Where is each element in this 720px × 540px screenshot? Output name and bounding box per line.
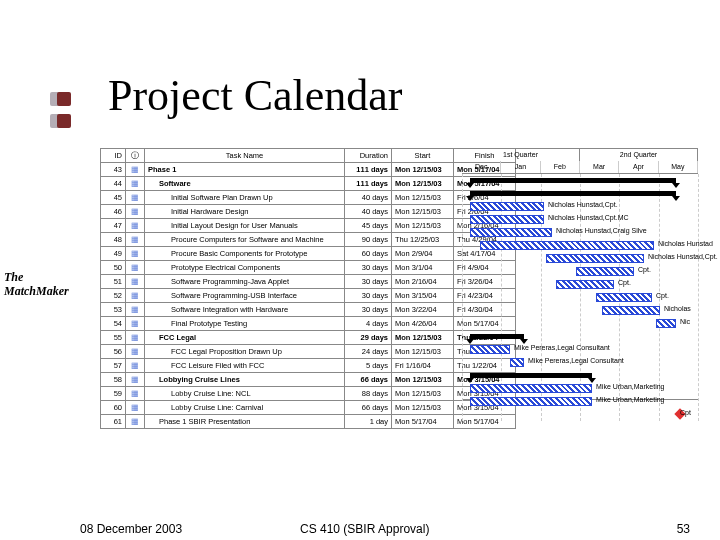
- gantt-row: Nicholas Hunstad,Cpt.: [462, 200, 698, 213]
- gantt-row: Cpt: [462, 408, 698, 421]
- resource-label: Mike Urban,Marketing: [596, 396, 664, 403]
- info-icon: [131, 221, 139, 230]
- info-icon: [131, 291, 139, 300]
- gantt-row: [462, 330, 698, 343]
- gantt-row: Mike Pereras,Legal Consultant: [462, 343, 698, 356]
- resource-label: Cpt.: [638, 266, 651, 273]
- gantt-row: Nicholas Hunstad,Cpt.MC: [462, 213, 698, 226]
- info-icon: [131, 165, 139, 174]
- task-bar: [470, 228, 552, 237]
- table-row: 61Phase 1 SBIR Presentation1 dayMon 5/17…: [101, 415, 516, 429]
- table-row: 58Lobbying Cruise Lines66 daysMon 12/15/…: [101, 373, 516, 387]
- footer-page: 53: [677, 522, 690, 536]
- info-icon: [131, 389, 139, 398]
- summary-bar: [470, 191, 676, 196]
- gantt-row: Nicholas Hunstad,Craig Silve: [462, 226, 698, 239]
- resource-label: Mike Pereras,Legal Consultant: [528, 357, 624, 364]
- gantt-row: [462, 369, 698, 382]
- resource-label: Cpt: [680, 409, 691, 416]
- gantt-row: Cpt.: [462, 265, 698, 278]
- task-bar: [470, 215, 544, 224]
- table-row: 60Lobby Cruise Line: Carnival66 daysMon …: [101, 401, 516, 415]
- resource-label: Mike Pereras,Legal Consultant: [514, 344, 610, 351]
- info-icon: [131, 235, 139, 244]
- table-row: 47Initial Layout Design for User Manuals…: [101, 219, 516, 233]
- info-icon: [131, 207, 139, 216]
- col-id: ID: [101, 149, 126, 163]
- gantt-quarter-header: 1st Quarter 2nd Quarter: [462, 149, 698, 161]
- gantt-row: Mike Pereras,Legal Consultant: [462, 356, 698, 369]
- info-icon: [131, 263, 139, 272]
- task-bar: [556, 280, 614, 289]
- gantt-row: Mike Urban,Marketing: [462, 382, 698, 395]
- summary-bar: [470, 178, 676, 183]
- gantt-row: Cpt.: [462, 278, 698, 291]
- task-bar: [470, 202, 544, 211]
- info-icon: [131, 305, 139, 314]
- gantt-month-header: DecJanFebMarAprMay: [462, 161, 698, 174]
- table-row: 50Prototype Electrical Components30 days…: [101, 261, 516, 275]
- table-row: 59Lobby Cruise Line: NCL88 daysMon 12/15…: [101, 387, 516, 401]
- info-icon: [131, 403, 139, 412]
- resource-label: Nicholas Hunstad,Cpt.: [548, 201, 618, 208]
- table-row: 44Software111 daysMon 12/15/03Mon 5/17/0…: [101, 177, 516, 191]
- gantt-body: Nicholas Hunstad,Cpt.Nicholas Hunstad,Cp…: [462, 174, 698, 421]
- resource-label: Cpt.: [656, 292, 669, 299]
- table-row: 45Initial Software Plan Drawn Up40 daysM…: [101, 191, 516, 205]
- resource-label: Nic: [680, 318, 690, 325]
- table-row: 46Initial Hardware Design40 daysMon 12/1…: [101, 205, 516, 219]
- gantt-row: Nic: [462, 317, 698, 330]
- task-bar: [546, 254, 644, 263]
- gantt-row: Cpt.: [462, 291, 698, 304]
- table-row: 43Phase 1111 daysMon 12/15/03Mon 5/17/04: [101, 163, 516, 177]
- title-bullets: [50, 88, 71, 132]
- resource-label: Nicholas Hunstad,Craig Silve: [556, 227, 647, 234]
- gantt-row: Nicholas: [462, 304, 698, 317]
- side-brand-line2: MatchMaker: [4, 284, 69, 298]
- gantt-chart: ID ⓘ Task Name Duration Start Finish 43P…: [100, 148, 698, 398]
- task-bar: [470, 345, 510, 354]
- table-row: 54Final Prototype Testing4 daysMon 4/26/…: [101, 317, 516, 331]
- table-row: 52Software Programming-USB Interface30 d…: [101, 289, 516, 303]
- footer-center: CS 410 (SBIR Approval): [300, 522, 429, 536]
- col-info: ⓘ: [126, 149, 145, 163]
- gantt-row: [462, 187, 698, 200]
- month-cell: Apr: [619, 161, 658, 173]
- resource-label: Nicholas Hunstad,Cpt.MC: [548, 214, 629, 221]
- month-cell: Jan: [501, 161, 540, 173]
- table-row: 53Software Integration with Hardware30 d…: [101, 303, 516, 317]
- gantt-row: Nicholas Hunstad: [462, 239, 698, 252]
- task-table: ID ⓘ Task Name Duration Start Finish 43P…: [100, 148, 516, 429]
- task-bar: [480, 241, 654, 250]
- side-brand-line1: The: [4, 270, 69, 284]
- table-row: 55FCC Legal29 daysMon 12/15/03Thu 1/22/0…: [101, 331, 516, 345]
- summary-bar: [470, 373, 592, 378]
- resource-label: Nicholas Hunstad: [658, 240, 713, 247]
- month-cell: Feb: [541, 161, 580, 173]
- gantt-row: Nicholas Hunstad,Cpt.: [462, 252, 698, 265]
- info-icon: [131, 249, 139, 258]
- task-bar: [470, 397, 592, 406]
- col-duration: Duration: [345, 149, 392, 163]
- footer-date: 08 December 2003: [80, 522, 182, 536]
- gantt-row: Mike Urban,Marketing: [462, 395, 698, 408]
- slide-title: Project Calendar: [108, 70, 402, 121]
- col-name: Task Name: [145, 149, 345, 163]
- table-row: 56FCC Legal Proposition Drawn Up24 daysM…: [101, 345, 516, 359]
- table-row: 51Software Programming-Java Applet30 day…: [101, 275, 516, 289]
- slide: Project Calendar The MatchMaker ID ⓘ Tas…: [0, 0, 720, 540]
- task-bar: [656, 319, 676, 328]
- table-row: 57FCC Leisure Filed with FCC5 daysFri 1/…: [101, 359, 516, 373]
- task-bar: [596, 293, 652, 302]
- summary-bar: [470, 334, 524, 339]
- table-row: 48Procure Computers for Software and Mac…: [101, 233, 516, 247]
- info-icon: [131, 417, 139, 426]
- gantt-row: [462, 174, 698, 187]
- side-brand: The MatchMaker: [4, 270, 69, 298]
- table-header-row: ID ⓘ Task Name Duration Start Finish: [101, 149, 516, 163]
- task-bar: [602, 306, 660, 315]
- resource-label: Cpt.: [618, 279, 631, 286]
- task-bar: [510, 358, 524, 367]
- task-bar: [470, 384, 592, 393]
- info-icon: [131, 361, 139, 370]
